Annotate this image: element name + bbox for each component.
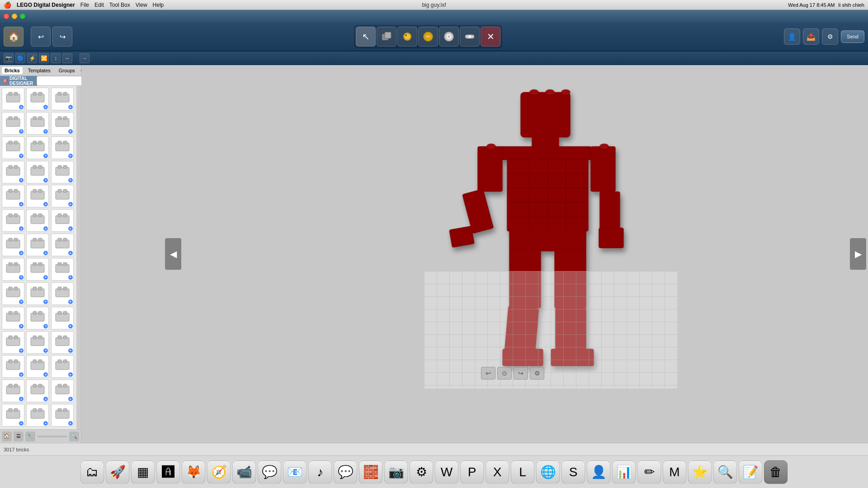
brick-item[interactable]: +	[51, 331, 74, 354]
dock-dashboard[interactable]: ▦	[131, 460, 155, 484]
sidebar-zoom-btn[interactable]: 🔍	[69, 432, 79, 441]
send-button[interactable]: Send	[841, 30, 864, 43]
dock-mail2[interactable]: M	[663, 460, 686, 484]
brick-item[interactable]: +	[26, 331, 49, 354]
subtool-3[interactable]: ⚡	[27, 53, 37, 63]
brick-item[interactable]: +	[51, 282, 74, 305]
vc-home[interactable]: ⊙	[497, 367, 512, 380]
brick-item[interactable]: +	[51, 209, 74, 232]
brick-item[interactable]: +	[2, 380, 24, 402]
brick-item[interactable]: +	[2, 282, 24, 305]
brick-item[interactable]: +	[51, 307, 74, 329]
tab-bricks[interactable]: Bricks	[2, 67, 23, 74]
dock-messenger[interactable]: 💬	[334, 460, 357, 484]
menu-file[interactable]: File	[80, 2, 89, 8]
brick-item[interactable]: +	[26, 161, 49, 183]
dock-excel[interactable]: X	[486, 460, 509, 484]
brick-item[interactable]: +	[26, 355, 49, 378]
home-button[interactable]: 🏠	[4, 27, 24, 47]
delete-tool[interactable]: ✕	[481, 27, 500, 47]
brick-item[interactable]: +	[51, 234, 74, 256]
brick-item[interactable]: +	[2, 209, 24, 232]
maximize-button[interactable]	[20, 14, 25, 19]
dock-safari[interactable]: 🧭	[207, 460, 231, 484]
brick-item[interactable]: +	[26, 258, 49, 281]
dock-appstore[interactable]: 🅰	[156, 460, 180, 484]
subtool-4[interactable]: 🔀	[39, 53, 49, 63]
dock-star[interactable]: ⭐	[688, 460, 712, 484]
brick-item[interactable]: +	[51, 380, 74, 402]
brick-item[interactable]: +	[51, 112, 74, 135]
vc-settings[interactable]: ⚙	[530, 367, 544, 380]
subtool-7[interactable]: →	[80, 53, 90, 63]
brick-item[interactable]: +	[2, 404, 24, 427]
share-button[interactable]: 📤	[803, 28, 819, 45]
undo-button[interactable]: ↩	[31, 27, 51, 47]
sidebar-home-btn[interactable]: 🏠	[2, 432, 12, 441]
close-button[interactable]	[4, 14, 9, 19]
brick-item[interactable]: +	[2, 185, 24, 207]
settings-button[interactable]: ⚙	[822, 28, 838, 45]
sidebar-list-btn[interactable]: ☰	[14, 432, 24, 441]
brick-item[interactable]: +	[26, 112, 49, 135]
brick-item[interactable]: +	[2, 88, 24, 110]
dock-photobooth[interactable]: 📷	[384, 460, 408, 484]
app-name[interactable]: LEGO Digital Designer	[17, 2, 75, 8]
dock-mail[interactable]: 📧	[283, 460, 307, 484]
dock-launchpad[interactable]: 🚀	[106, 460, 129, 484]
subtool-2[interactable]: 🔵	[15, 53, 25, 63]
sidebar-filter-btn[interactable]: 🔧	[25, 432, 35, 441]
nav-arrow-right[interactable]: ▶	[850, 238, 866, 270]
vc-rotate-right[interactable]: ↪	[514, 367, 528, 380]
sidebar-scrollbar[interactable]	[76, 86, 81, 429]
brick-item[interactable]: +	[2, 112, 24, 135]
brick-item[interactable]: +	[26, 136, 49, 159]
dock-pecunia[interactable]: 📊	[612, 460, 636, 484]
dock-messages[interactable]: 💬	[258, 460, 281, 484]
brick-item[interactable]: +	[51, 161, 74, 183]
select-tool[interactable]: ↖	[356, 27, 376, 47]
dock-trash[interactable]: 🗑	[764, 460, 788, 484]
tab-groups[interactable]: Groups	[56, 67, 78, 74]
render-button[interactable]: 👤	[784, 28, 800, 45]
brick-item[interactable]: +	[26, 380, 49, 402]
zoom-slider[interactable]	[37, 436, 67, 437]
nav-arrow-left[interactable]: ◀	[165, 238, 181, 270]
brick-item[interactable]: +	[26, 282, 49, 305]
dock-contacts[interactable]: 👤	[587, 460, 610, 484]
dock-skype[interactable]: S	[561, 460, 585, 484]
brick-item[interactable]: +	[26, 307, 49, 329]
paint-tool[interactable]	[397, 27, 417, 47]
menu-view[interactable]: View	[136, 2, 147, 8]
menu-toolbox[interactable]: Tool Box	[109, 2, 130, 8]
brick-item[interactable]: +	[2, 258, 24, 281]
brick-item[interactable]: +	[2, 331, 24, 354]
menu-edit[interactable]: Edit	[94, 2, 104, 8]
apple-menu[interactable]: 🍎	[4, 1, 11, 9]
subtool-1[interactable]: 📷	[4, 53, 14, 63]
brick-item[interactable]: +	[26, 88, 49, 110]
dock-facetime[interactable]: 📹	[232, 460, 256, 484]
brick-item[interactable]: +	[51, 88, 74, 110]
brick-item[interactable]: +	[26, 234, 49, 256]
dock-sketch[interactable]: ✏	[637, 460, 661, 484]
brick-item[interactable]: +	[51, 355, 74, 378]
brick-item[interactable]: +	[26, 209, 49, 232]
dock-finder2[interactable]: 🔍	[713, 460, 737, 484]
hinge-tool[interactable]	[439, 27, 459, 47]
dock-notes[interactable]: 📝	[739, 460, 762, 484]
dock-lego[interactable]: 🧱	[359, 460, 382, 484]
hide-tool[interactable]	[460, 27, 480, 47]
minimize-button[interactable]	[12, 14, 17, 19]
brick-item[interactable]: +	[51, 404, 74, 427]
brick-item[interactable]: +	[2, 307, 24, 329]
redo-button[interactable]: ↪	[52, 27, 72, 47]
flex-tool[interactable]	[418, 27, 438, 47]
dock-word[interactable]: W	[435, 460, 458, 484]
vc-rotate-left[interactable]: ↩	[481, 367, 495, 380]
subtool-5[interactable]: ↕	[51, 53, 61, 63]
brick-item[interactable]: +	[26, 404, 49, 427]
brick-item[interactable]: +	[2, 355, 24, 378]
subtool-6[interactable]: ↔	[62, 53, 72, 63]
canvas-area[interactable]: ◀	[81, 65, 868, 443]
